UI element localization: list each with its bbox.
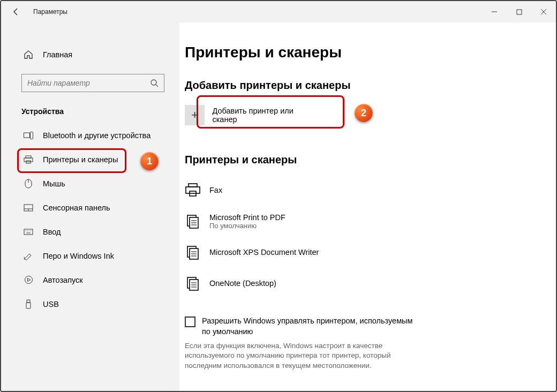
search-box[interactable] [21, 74, 164, 92]
devices-icon [24, 132, 33, 139]
svg-point-2 [151, 80, 156, 85]
svg-rect-23 [189, 184, 197, 187]
annotation-badge-2: 2 [355, 104, 373, 122]
fax-icon [185, 183, 201, 197]
pen-icon [24, 252, 33, 260]
printer-name: Fax [209, 186, 222, 194]
svg-point-20 [25, 276, 32, 284]
svg-rect-6 [26, 156, 31, 158]
search-icon [150, 79, 159, 87]
sidebar: Главная Устройства [1, 22, 179, 391]
nav-home[interactable]: Главная [1, 44, 179, 65]
printer-item[interactable]: Microsoft XPS Document Writer [185, 237, 556, 268]
autoplay-icon [24, 275, 33, 284]
default-printer-checkbox[interactable] [185, 316, 195, 327]
nav-item-label: Перо и Windows Ink [43, 252, 114, 260]
nav-pen[interactable]: Перо и Windows Ink [1, 244, 179, 268]
svg-rect-22 [26, 303, 31, 308]
svg-rect-5 [31, 132, 33, 139]
printer-xps-icon [185, 245, 201, 260]
page-title: Принтеры и сканеры [185, 44, 556, 61]
add-section-heading: Добавить принтеры и сканеры [185, 79, 556, 92]
search-input[interactable] [27, 79, 150, 87]
nav-item-label: Сенсорная панель [43, 203, 110, 212]
nav-item-label: Автозапуск [43, 276, 83, 284]
keyboard-icon [24, 229, 33, 235]
titlebar: Параметры [1, 1, 556, 22]
svg-rect-21 [27, 300, 30, 303]
home-icon [24, 50, 33, 59]
close-button[interactable] [531, 1, 556, 22]
printer-item[interactable]: OneNote (Desktop) [185, 268, 556, 299]
nav-item-label: USB [43, 300, 59, 308]
svg-rect-24 [186, 187, 200, 193]
maximize-button[interactable] [507, 1, 531, 22]
default-printer-description: Если эта функция включена, Windows настр… [185, 341, 410, 371]
annotation-badge-1: 1 [140, 152, 159, 170]
sidebar-group-label: Устройства [21, 107, 179, 116]
mouse-icon [24, 179, 33, 189]
printer-sub: По умолчанию [209, 222, 285, 230]
printer-name: OneNote (Desktop) [209, 279, 276, 288]
nav-mouse[interactable]: Мышь [1, 171, 179, 195]
nav-item-label: Мышь [43, 179, 65, 188]
nav-home-label: Главная [43, 50, 72, 59]
svg-rect-7 [24, 158, 33, 162]
usb-icon [24, 299, 33, 309]
svg-rect-4 [24, 133, 30, 138]
nav-typing[interactable]: Ввод [1, 220, 179, 244]
printer-name: Microsoft XPS Document Writer [209, 248, 319, 257]
printer-item[interactable]: Fax [185, 175, 556, 206]
nav-item-label: Bluetooth и другие устройства [43, 131, 150, 140]
nav-bluetooth[interactable]: Bluetooth и другие устройства [1, 123, 179, 147]
printers-list-heading: Принтеры и сканеры [185, 154, 556, 166]
add-printer-label: Добавить принтер или сканер [212, 107, 319, 124]
default-printer-checkbox-label: Разрешить Windows управлять принтером, и… [202, 316, 415, 337]
minimize-button[interactable] [482, 1, 507, 22]
nav-autoplay[interactable]: Автозапуск [1, 268, 179, 292]
printer-icon [24, 155, 33, 164]
nav-item-label: Принтеры и сканеры [43, 155, 118, 164]
nav-usb[interactable]: USB [1, 292, 179, 316]
svg-line-3 [156, 85, 158, 87]
svg-rect-1 [517, 10, 522, 14]
plus-icon: + [185, 105, 205, 125]
main-content: Принтеры и сканеры Добавить принтеры и с… [179, 22, 556, 391]
printer-name: Microsoft Print to PDF [209, 213, 285, 222]
add-printer-button[interactable]: + Добавить принтер или сканер [185, 100, 319, 130]
nav-item-label: Ввод [43, 228, 61, 236]
printer-item[interactable]: Microsoft Print to PDF По умолчанию [185, 206, 556, 237]
back-button[interactable] [10, 5, 22, 18]
printer-pdf-icon [185, 214, 201, 229]
window-title: Параметры [33, 8, 67, 16]
nav-touchpad[interactable]: Сенсорная панель [1, 195, 179, 220]
printer-onenote-icon [185, 276, 201, 291]
touchpad-icon [24, 204, 33, 212]
svg-rect-14 [24, 229, 33, 235]
